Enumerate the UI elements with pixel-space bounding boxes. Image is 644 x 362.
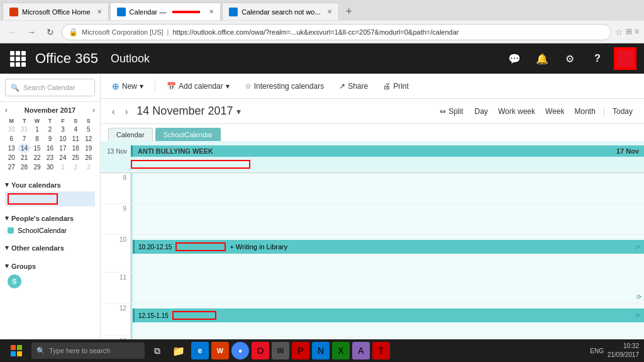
cal-day[interactable]: 25: [69, 153, 82, 162]
cal-day[interactable]: 9: [43, 134, 56, 144]
week-view-button[interactable]: Week: [541, 106, 568, 117]
cal-day[interactable]: 1: [57, 162, 69, 172]
tab-close-office[interactable]: ✕: [97, 8, 102, 15]
taskbar-ppt-icon[interactable]: P: [292, 342, 309, 359]
forward-button[interactable]: →: [24, 25, 39, 40]
interesting-calendars-button[interactable]: ☆ Interesting calendars: [241, 79, 328, 93]
cal-day[interactable]: 2: [69, 162, 82, 172]
file-explorer-button[interactable]: 📁: [170, 342, 187, 359]
cal-day[interactable]: 24: [57, 153, 69, 162]
groups-avatar-item[interactable]: S: [5, 273, 95, 290]
cal-day[interactable]: 22: [31, 153, 43, 162]
cal-day[interactable]: 20: [5, 153, 18, 162]
cal-day[interactable]: 13: [5, 144, 18, 153]
time-cell-12[interactable]: 12.15-1.15 ⟳: [131, 303, 644, 336]
cal-day[interactable]: 12: [82, 134, 95, 144]
taskbar-search-input[interactable]: 🔍 Type here to search: [31, 342, 145, 359]
address-bar[interactable]: 🔒 Microsoft Corporation [US] | https://o…: [62, 24, 611, 40]
cal-day[interactable]: 15: [31, 144, 43, 153]
cal-day[interactable]: 26: [82, 153, 95, 162]
other-calendars-header[interactable]: ▾ Other calendars: [5, 241, 95, 254]
tab-calendar[interactable]: Calendar: [108, 128, 153, 141]
tab-close-search[interactable]: ✕: [327, 8, 332, 15]
school-calendar-item[interactable]: SchoolCalendar: [5, 225, 95, 236]
tab-close-cal[interactable]: ✕: [209, 8, 214, 15]
cal-day[interactable]: 6: [5, 134, 18, 144]
taskbar-teams-icon[interactable]: T: [372, 342, 390, 359]
cal-day[interactable]: 4: [69, 125, 82, 134]
tab-office-home[interactable]: Microsoft Office Home ✕: [3, 3, 109, 20]
favorites-icon[interactable]: ☆: [615, 27, 623, 37]
your-calendars-header[interactable]: ▾ Your calendars: [5, 178, 95, 191]
notifications-button[interactable]: 🔔: [531, 47, 553, 70]
cal-day[interactable]: 19: [82, 144, 95, 153]
event-12[interactable]: 12.15-1.15 ⟳: [133, 308, 644, 322]
today-button[interactable]: Today: [609, 106, 636, 117]
cal-day[interactable]: 27: [5, 162, 18, 172]
cal-day[interactable]: 3: [57, 125, 69, 134]
cal-day[interactable]: 1: [31, 125, 43, 134]
time-cell-10[interactable]: 10.20-12.15 + Writing in Library ⟳: [131, 235, 644, 272]
print-button[interactable]: 🖨 Print: [379, 79, 413, 93]
time-cell-8[interactable]: [131, 173, 644, 203]
mini-cal-next[interactable]: ›: [92, 106, 95, 115]
cal-date-dropdown-icon[interactable]: ▾: [236, 106, 241, 116]
settings-button[interactable]: ⚙: [558, 47, 581, 70]
day-view-button[interactable]: Day: [471, 106, 492, 117]
taskbar-chrome-icon[interactable]: ●: [231, 342, 249, 359]
time-cell-9[interactable]: [131, 204, 644, 234]
taskbar-access-icon[interactable]: A: [352, 342, 370, 359]
new-button[interactable]: ⊕ New ▾: [108, 79, 147, 94]
cal-day[interactable]: 30: [43, 162, 56, 172]
calendar-item-your[interactable]: [5, 191, 95, 206]
cal-day[interactable]: 2: [43, 125, 56, 134]
taskbar-excel-icon[interactable]: X: [332, 342, 350, 359]
refresh-button[interactable]: ↻: [43, 25, 58, 40]
tab-calendar[interactable]: Calendar — ✕: [110, 3, 221, 20]
start-button[interactable]: [5, 339, 28, 362]
skype-button[interactable]: 💬: [503, 47, 526, 70]
work-week-view-button[interactable]: Work week: [494, 106, 539, 117]
time-cell-11[interactable]: ⟳: [131, 273, 644, 303]
user-avatar[interactable]: [614, 47, 636, 70]
taskbar-mail-icon[interactable]: ✉: [272, 342, 289, 359]
cal-day[interactable]: 17: [57, 144, 69, 153]
tab-school-calendar[interactable]: SchoolCalendar: [155, 128, 221, 141]
add-calendar-button[interactable]: 📅 Add calendar ▾: [163, 79, 233, 93]
cal-next-button[interactable]: ›: [121, 105, 132, 118]
cal-day[interactable]: 28: [18, 162, 30, 172]
month-view-button[interactable]: Month: [570, 106, 599, 117]
taskbar-onenote-icon[interactable]: N: [312, 342, 330, 359]
cal-prev-button[interactable]: ‹: [108, 105, 119, 118]
mini-cal-prev[interactable]: ‹: [5, 106, 8, 115]
extensions-icon[interactable]: ⊞: [626, 27, 632, 37]
cal-day[interactable]: 10: [57, 134, 69, 144]
all-day-event-bar[interactable]: ANTI BULLYING WEEK 17 Nov: [131, 145, 644, 157]
cal-day[interactable]: 11: [69, 134, 82, 144]
cal-day[interactable]: 7: [18, 134, 30, 144]
tab-search[interactable]: Calendar search not wo... ✕: [222, 3, 338, 20]
waffle-menu-button[interactable]: [8, 48, 28, 69]
cal-day[interactable]: 16: [43, 144, 56, 153]
cal-day[interactable]: 30: [5, 125, 18, 134]
event-10[interactable]: 10.20-12.15 + Writing in Library ⟳: [133, 240, 644, 254]
taskbar-outlook-icon[interactable]: O: [252, 342, 269, 359]
task-view-button[interactable]: ⧉: [148, 342, 166, 359]
cal-day[interactable]: 21: [18, 153, 30, 162]
taskbar-word-icon[interactable]: W: [211, 342, 229, 359]
cal-day[interactable]: 31: [18, 125, 30, 134]
peoples-calendars-header[interactable]: ▾ People's calendars: [5, 212, 95, 225]
search-calendar-input[interactable]: 🔍 Search Calendar: [5, 79, 95, 96]
menu-icon[interactable]: ≡: [635, 27, 639, 37]
share-button[interactable]: ↗ Share: [335, 79, 372, 93]
taskbar-edge-icon[interactable]: e: [191, 342, 209, 359]
cal-day-selected[interactable]: 14: [18, 144, 30, 153]
help-button[interactable]: ?: [586, 47, 609, 70]
cal-day[interactable]: 8: [31, 134, 43, 144]
cal-day[interactable]: 3: [82, 162, 95, 172]
back-button[interactable]: ←: [5, 25, 20, 40]
new-tab-button[interactable]: +: [340, 3, 358, 20]
cal-day[interactable]: 23: [43, 153, 56, 162]
cal-day[interactable]: 18: [69, 144, 82, 153]
groups-header[interactable]: ▾ Groups: [5, 259, 95, 273]
